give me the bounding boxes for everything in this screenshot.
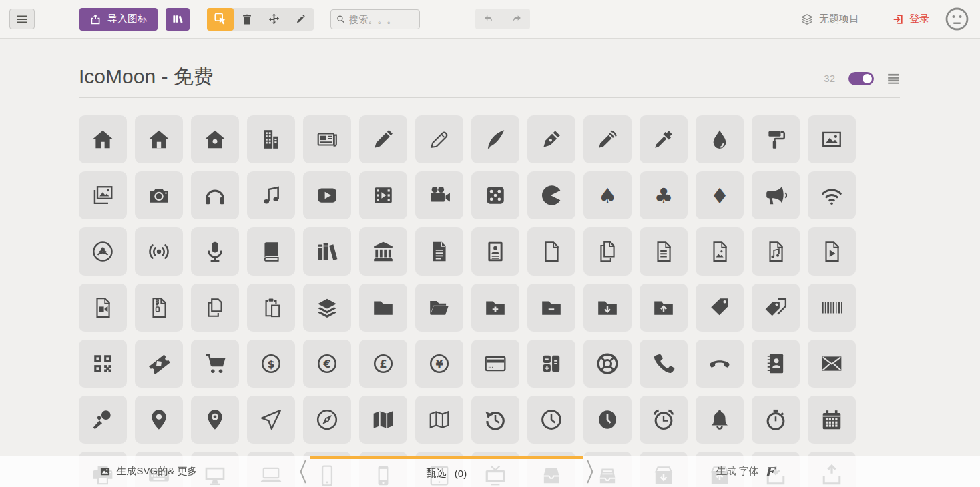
selection-next-chevron[interactable] <box>583 456 597 487</box>
import-icons-button[interactable]: 导入图标 <box>79 8 158 31</box>
icon-tile-barcode[interactable] <box>808 284 856 332</box>
icon-tile-folder-upload[interactable] <box>640 284 688 332</box>
undo-button[interactable] <box>475 9 503 29</box>
icon-tile-file-picture[interactable] <box>696 227 744 276</box>
icon-tile-newspaper[interactable] <box>303 115 351 163</box>
move-tool-button[interactable] <box>260 8 287 31</box>
icon-tile-images[interactable] <box>79 171 127 219</box>
icon-tile-spades[interactable]: ♠ <box>583 171 632 219</box>
icon-tile-compass[interactable] <box>247 396 295 444</box>
icon-tile-file-text2[interactable] <box>640 227 688 276</box>
icon-tile-pen[interactable] <box>527 115 575 163</box>
icon-tile-coin-dollar[interactable]: $ <box>247 340 295 388</box>
icon-tile-stopwatch[interactable] <box>752 396 800 444</box>
icon-tile-ticket[interactable] <box>135 340 183 388</box>
icon-tile-home3[interactable] <box>191 115 239 163</box>
icon-tile-books[interactable] <box>303 227 351 276</box>
icon-tile-cart[interactable] <box>191 340 239 388</box>
icon-tile-eyedropper[interactable] <box>640 115 688 163</box>
generate-font-button[interactable]: 生成 字体 F <box>597 456 980 487</box>
icon-tile-bullhorn[interactable] <box>752 171 800 219</box>
icon-tile-location[interactable] <box>135 396 183 444</box>
icon-tile-file-video[interactable] <box>79 284 127 332</box>
icon-tile-music[interactable] <box>247 171 295 219</box>
icon-tile-calendar[interactable] <box>808 396 856 444</box>
icon-tile-file-music[interactable] <box>752 227 800 276</box>
generate-svg-button[interactable]: 生成SVG的& 更多 <box>0 456 296 487</box>
icon-tile-pushpin[interactable] <box>79 396 127 444</box>
icon-tile-pencil2[interactable] <box>415 115 463 163</box>
icon-tile-phone[interactable] <box>640 340 688 388</box>
icon-tile-quill[interactable] <box>471 115 519 163</box>
icon-tile-book[interactable] <box>247 227 295 276</box>
icon-tile-headphones[interactable] <box>191 171 239 219</box>
icon-tile-image[interactable] <box>808 115 856 163</box>
icon-tile-envelop[interactable] <box>808 340 856 388</box>
icon-tile-blog[interactable] <box>583 115 632 163</box>
icon-tile-video-camera[interactable] <box>415 171 463 219</box>
icon-tile-mic[interactable] <box>191 227 239 276</box>
icon-library-button[interactable] <box>166 8 190 31</box>
icon-tile-coin-euro[interactable]: € <box>303 340 351 388</box>
icon-tile-pencil[interactable] <box>359 115 407 163</box>
icon-tile-clock2[interactable] <box>583 396 632 444</box>
icon-tile-file-text[interactable] <box>415 227 463 276</box>
icon-tile-files-empty[interactable] <box>583 227 632 276</box>
icon-tile-coin-yen[interactable]: ¥ <box>415 340 463 388</box>
icon-tile-folder-download[interactable] <box>583 284 632 332</box>
icon-tile-copy[interactable] <box>191 284 239 332</box>
icon-tile-connection[interactable] <box>808 171 856 219</box>
icon-tile-location2[interactable] <box>191 396 239 444</box>
icon-tile-paste[interactable] <box>247 284 295 332</box>
icon-tile-paint-format[interactable] <box>752 115 800 163</box>
icon-tile-folder-open[interactable] <box>415 284 463 332</box>
icon-tile-address-book[interactable] <box>752 340 800 388</box>
icon-tile-play[interactable] <box>303 171 351 219</box>
icon-tile-file-empty[interactable] <box>527 227 575 276</box>
icon-tile-pacman[interactable] <box>527 171 575 219</box>
icon-tile-home[interactable] <box>79 115 127 163</box>
account-button[interactable] <box>945 7 969 31</box>
icon-tile-lifebuoy[interactable] <box>583 340 632 388</box>
icon-tile-folder[interactable] <box>359 284 407 332</box>
project-menu[interactable]: 无题项目 <box>800 13 859 26</box>
icon-tile-bell[interactable] <box>696 396 744 444</box>
icon-tile-price-tags[interactable] <box>752 284 800 332</box>
selection-tab[interactable]: 甄选 (0) <box>310 456 583 487</box>
icon-tile-diamonds[interactable]: ♦ <box>696 171 744 219</box>
icon-tile-clock[interactable] <box>527 396 575 444</box>
icon-tile-profile[interactable] <box>471 227 519 276</box>
icon-tile-film[interactable] <box>359 171 407 219</box>
icon-tile-home2[interactable] <box>135 115 183 163</box>
set-menu-icon[interactable] <box>887 73 900 84</box>
icon-tile-library[interactable] <box>359 227 407 276</box>
icon-tile-stack[interactable] <box>303 284 351 332</box>
icon-tile-alarm[interactable] <box>640 396 688 444</box>
icon-tile-map[interactable] <box>359 396 407 444</box>
redo-button[interactable] <box>503 9 530 29</box>
icon-tile-credit-card[interactable] <box>471 340 519 388</box>
icon-tile-camera[interactable] <box>135 171 183 219</box>
icon-set-toggle[interactable] <box>848 72 874 85</box>
icon-tile-file-zip[interactable] <box>135 284 183 332</box>
main-menu-button[interactable] <box>9 9 35 29</box>
icon-tile-folder-minus[interactable] <box>527 284 575 332</box>
icon-tile-calculator[interactable] <box>527 340 575 388</box>
icon-tile-folder-plus[interactable] <box>471 284 519 332</box>
icon-tile-phone-hang-up[interactable] <box>696 340 744 388</box>
icon-tile-qrcode[interactable] <box>79 340 127 388</box>
select-tool-button[interactable] <box>207 8 234 31</box>
icon-tile-droplet[interactable] <box>696 115 744 163</box>
delete-tool-button[interactable] <box>234 8 260 31</box>
icon-tile-feed[interactable] <box>135 227 183 276</box>
edit-tool-button[interactable] <box>287 8 314 31</box>
icon-tile-podcast[interactable] <box>79 227 127 276</box>
selection-prev-chevron[interactable] <box>296 456 310 487</box>
icon-tile-compass2[interactable] <box>303 396 351 444</box>
icon-tile-coin-pound[interactable]: £ <box>359 340 407 388</box>
icon-tile-office[interactable] <box>247 115 295 163</box>
icon-tile-clubs[interactable]: ♣ <box>640 171 688 219</box>
icon-tile-file-play[interactable] <box>808 227 856 276</box>
icon-tile-price-tag[interactable] <box>696 284 744 332</box>
icon-tile-history[interactable] <box>471 396 519 444</box>
